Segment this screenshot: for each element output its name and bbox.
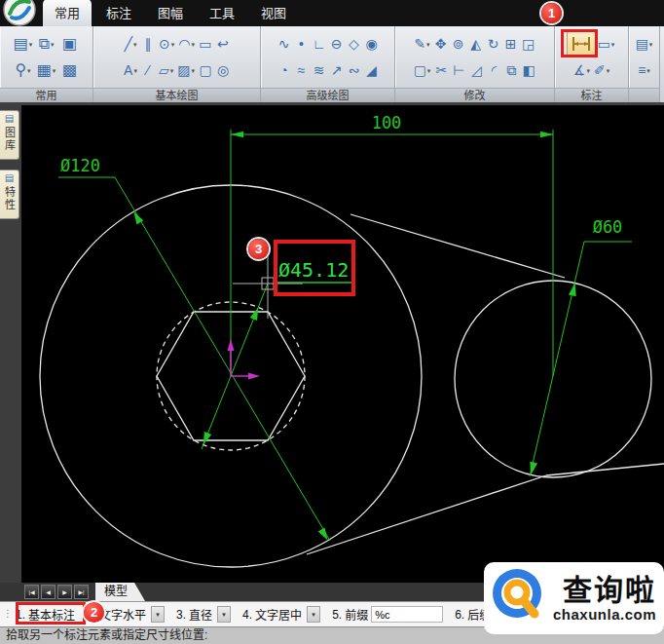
ribbon-tab-3[interactable]: 工具 bbox=[198, 0, 246, 26]
option-5[interactable]: 5.前缀 bbox=[326, 606, 449, 623]
edit-dimension-icon[interactable]: ✐▾ bbox=[592, 57, 611, 83]
region-icon[interactable]: ▢ bbox=[197, 57, 214, 83]
dropdown-arrow-icon[interactable]: ▾ bbox=[607, 67, 610, 74]
arrow-icon[interactable]: ↗ bbox=[328, 57, 346, 83]
sheet-nav-button-2[interactable]: ▶ bbox=[57, 585, 72, 599]
ribbon-tab-2[interactable]: 图幅 bbox=[146, 0, 195, 26]
arc-icon[interactable]: ◠▾ bbox=[176, 31, 197, 57]
rectangle-icon[interactable]: ▭ bbox=[197, 31, 214, 57]
polyline-icon[interactable]: ↩ bbox=[214, 31, 232, 57]
revision-cloud-icon[interactable]: ◎ bbox=[214, 57, 232, 83]
coordinate-dimension-icon[interactable]: ∡▾ bbox=[572, 57, 592, 83]
parallelogram-icon[interactable]: ▱▾ bbox=[157, 57, 175, 83]
watermark-logo-icon bbox=[492, 567, 546, 629]
dropdown-arrow-icon[interactable]: ▾ bbox=[192, 67, 196, 74]
array-icon[interactable]: ⊞ bbox=[502, 31, 520, 57]
option-4[interactable]: 4.文字居中▾ bbox=[237, 606, 326, 623]
option-input-5[interactable] bbox=[371, 606, 443, 623]
ribbon-group-label bbox=[629, 88, 659, 102]
text-icon[interactable]: A▾ bbox=[122, 57, 139, 83]
erase-icon[interactable]: ✎▾ bbox=[412, 31, 431, 57]
offset-icon[interactable]: ⧉ bbox=[502, 57, 520, 83]
dropdown-arrow-icon[interactable]: ▾ bbox=[29, 41, 33, 48]
cad-drawing: 100 Ø120 Ø60 Ø45.12 bbox=[21, 105, 664, 583]
dropdown-arrow-icon[interactable]: ▾ bbox=[53, 67, 56, 74]
dropdown-arrow-icon[interactable]: ▾ bbox=[170, 67, 174, 74]
line-icon[interactable]: ╱▾ bbox=[122, 31, 139, 57]
angle-line-icon[interactable]: ∟ bbox=[311, 31, 328, 57]
point-icon[interactable]: • bbox=[293, 31, 311, 57]
drawing-canvas[interactable]: 100 Ø120 Ø60 Ø45.12 bbox=[21, 105, 664, 583]
dropdown-arrow-icon[interactable]: ▾ bbox=[133, 41, 137, 48]
dropdown-arrow-icon[interactable]: ▾ bbox=[427, 67, 431, 74]
fillet-icon[interactable]: ◜ bbox=[485, 57, 502, 83]
curve-icon[interactable]: ∾ bbox=[346, 57, 363, 83]
ribbon-tab-1[interactable]: 标注 bbox=[94, 0, 143, 26]
sheet-icon[interactable]: ▤▾ bbox=[634, 31, 655, 57]
ribbon-tab-4[interactable]: 视图 bbox=[249, 0, 298, 26]
chamfer-icon[interactable]: ◿ bbox=[467, 57, 485, 83]
step-badge-1: 1 bbox=[541, 3, 562, 23]
dropdown-arrow-icon[interactable]: ▾ bbox=[649, 41, 653, 48]
polygon-icon[interactable]: ◇ bbox=[346, 31, 363, 57]
copy-icon[interactable]: ⧉▾ bbox=[35, 31, 58, 57]
dropdown-arrow-icon[interactable]: ▾ bbox=[151, 606, 165, 623]
sheet-nav-button-1[interactable]: ◀ bbox=[41, 585, 55, 599]
ellipse-icon[interactable]: ⊖ bbox=[328, 31, 346, 57]
line-width-icon[interactable]: ≡▾ bbox=[636, 57, 653, 83]
trim-icon[interactable]: ✂ bbox=[432, 57, 450, 83]
mirror-icon[interactable]: ◭ bbox=[467, 31, 485, 57]
tangent-circle-icon[interactable]: ◉ bbox=[363, 31, 381, 57]
dropdown-arrow-icon[interactable]: ▾ bbox=[586, 67, 590, 74]
extend-icon[interactable]: ⊢ bbox=[450, 57, 467, 83]
ribbon-tab-0[interactable]: 常用 bbox=[43, 0, 92, 26]
dropdown-arrow-icon[interactable]: ▾ bbox=[171, 41, 175, 48]
dropdown-arrow-icon[interactable]: ▾ bbox=[27, 67, 31, 74]
print-icon[interactable]: ▦▾ bbox=[35, 57, 58, 83]
dropdown-arrow-icon[interactable]: ▾ bbox=[646, 67, 650, 74]
hatch-icon[interactable]: ▨▾ bbox=[175, 57, 197, 83]
option-3[interactable]: 3.直径▾ bbox=[170, 606, 237, 623]
circle-icon[interactable]: ⊙▾ bbox=[157, 31, 176, 57]
ribbon-group-3: ✎▾✥⊚◭↻⊞◲▢▾✂⊢◿◜⧉◧修改 bbox=[395, 26, 555, 102]
move-icon[interactable]: ✥ bbox=[432, 31, 450, 57]
dropdown-arrow-icon[interactable]: ▾ bbox=[191, 41, 195, 48]
dropdown-arrow-icon[interactable]: ▾ bbox=[426, 41, 430, 48]
arrowhead bbox=[231, 132, 243, 137]
wave-line-icon[interactable]: ≈ bbox=[293, 57, 311, 83]
lower-tangent-extension[interactable] bbox=[546, 464, 664, 475]
scale-icon[interactable]: ◲ bbox=[520, 31, 537, 57]
select-icon[interactable]: ▢▾ bbox=[412, 57, 433, 83]
app-logo-icon[interactable] bbox=[2, 0, 37, 27]
option-label: 直径 bbox=[189, 606, 212, 623]
parallel-line-icon[interactable]: ∥ bbox=[139, 31, 157, 57]
sheet-nav-button-0[interactable]: |◀ bbox=[24, 585, 39, 599]
point-line-icon[interactable]: ⁄ bbox=[139, 57, 157, 83]
dropdown-arrow-icon[interactable]: ▾ bbox=[133, 67, 137, 74]
upper-tangent-line[interactable] bbox=[350, 214, 565, 278]
cone-icon[interactable]: ◢ bbox=[363, 57, 381, 83]
new-document-icon[interactable]: ▤▾ bbox=[12, 31, 35, 57]
dimension-style-icon[interactable]: ▭▾ bbox=[596, 31, 617, 57]
zoom-icon[interactable]: ⚲▾ bbox=[12, 57, 35, 83]
dim-text-60: Ø60 bbox=[593, 217, 623, 237]
rotate-icon[interactable]: ↻ bbox=[485, 31, 502, 57]
dropdown-arrow-icon[interactable]: ▾ bbox=[217, 606, 231, 623]
toolbar-grip-handle[interactable]: ⋮⋮ bbox=[3, 611, 9, 618]
dropdown-arrow-icon[interactable]: ▾ bbox=[51, 41, 55, 48]
sheet-nav-button-3[interactable]: ▶| bbox=[74, 585, 89, 599]
copy-object-icon[interactable]: ⊚ bbox=[450, 31, 467, 57]
side-panel-tab-0[interactable]: ▤图库 bbox=[0, 110, 19, 160]
dropdown-arrow-icon[interactable]: ▾ bbox=[307, 606, 320, 623]
lower-tangent-line[interactable] bbox=[307, 475, 546, 554]
arrowhead bbox=[540, 132, 553, 137]
break-line-icon[interactable]: ≋ bbox=[311, 57, 328, 83]
paste-icon[interactable]: ▣ bbox=[58, 31, 82, 57]
dropdown-arrow-icon[interactable]: ▾ bbox=[611, 41, 615, 48]
stretch-icon[interactable]: ◧ bbox=[520, 57, 537, 83]
spline-icon[interactable]: ∿ bbox=[276, 31, 293, 57]
model-tab[interactable]: 模型 bbox=[95, 583, 145, 601]
side-panel-tab-1[interactable]: ▤特性 bbox=[0, 170, 19, 219]
pie-icon[interactable]: ◔ bbox=[276, 57, 293, 83]
image-icon[interactable]: ▩ bbox=[58, 57, 82, 83]
